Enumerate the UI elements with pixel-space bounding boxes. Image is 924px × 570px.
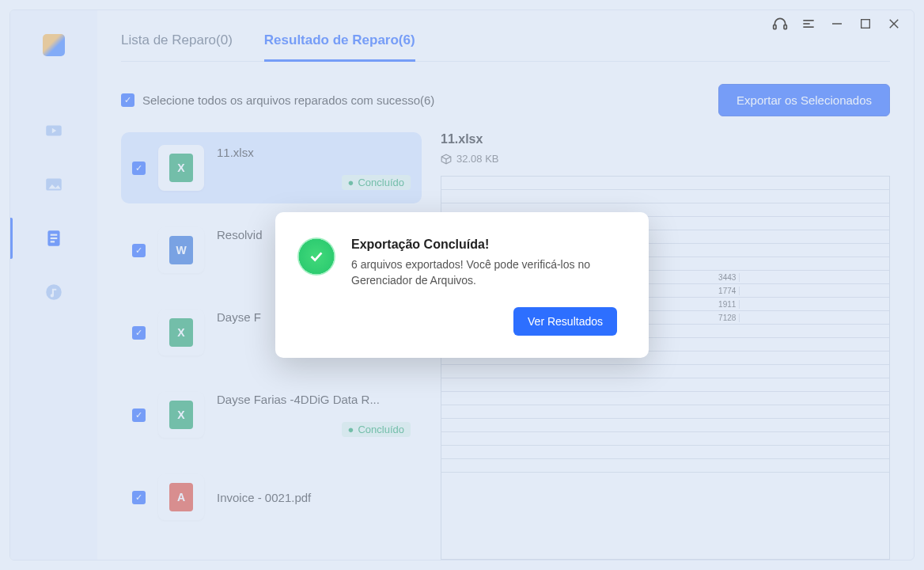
titlebar-controls — [772, 16, 902, 32]
view-results-button[interactable]: Ver Resultados — [513, 307, 617, 336]
modal-text: 6 arquivos exportados! Você pode verific… — [351, 256, 617, 289]
modal-title: Exportação Concluída! — [351, 238, 617, 252]
maximize-icon[interactable] — [858, 16, 873, 32]
svg-rect-15 — [862, 20, 870, 28]
success-check-icon — [297, 238, 335, 276]
support-headset-icon[interactable] — [772, 16, 788, 32]
modal-overlay: Exportação Concluída! 6 arquivos exporta… — [0, 0, 924, 570]
menu-icon[interactable] — [801, 16, 816, 32]
close-icon[interactable] — [886, 16, 902, 32]
svg-rect-10 — [784, 25, 786, 29]
minimize-icon[interactable] — [829, 16, 845, 32]
export-complete-modal: Exportação Concluída! 6 arquivos exporta… — [275, 212, 649, 359]
svg-rect-9 — [774, 25, 776, 29]
